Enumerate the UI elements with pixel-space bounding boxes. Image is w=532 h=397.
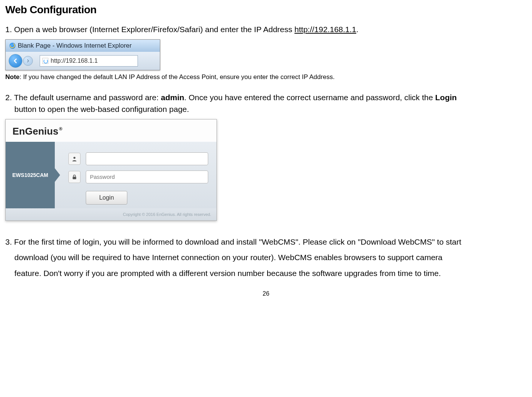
note-text: : If you have changed the default LAN IP… bbox=[20, 73, 335, 81]
admin-word: admin bbox=[161, 93, 184, 102]
nav-back-icon bbox=[9, 54, 22, 68]
browser-screenshot: Blank Page - Windows Internet Explorer h… bbox=[5, 39, 160, 70]
address-text: http://192.168.1.1 bbox=[51, 57, 98, 64]
password-row bbox=[68, 171, 208, 183]
note-label: Note bbox=[5, 73, 20, 81]
step-2-after: button to open the web-based configurati… bbox=[5, 105, 189, 113]
step-2-number: 2. bbox=[5, 93, 12, 102]
login-footer: Copyright © 2016 EnGenius. All rights re… bbox=[6, 208, 217, 220]
browser-titlebar: Blank Page - Windows Internet Explorer bbox=[6, 40, 160, 52]
step-1-text-before: Open a web browser (Internet Explorer/Fi… bbox=[12, 25, 295, 34]
login-header: EnGenius® bbox=[6, 119, 217, 142]
step-1: 1. Open a web browser (Internet Explorer… bbox=[5, 23, 527, 36]
browser-title-text: Blank Page - Windows Internet Explorer bbox=[18, 42, 131, 50]
username-row bbox=[68, 152, 208, 165]
step-3-text1: For the first time of login, you will be… bbox=[12, 237, 461, 246]
svg-rect-1 bbox=[73, 177, 76, 179]
address-bar[interactable]: http://192.168.1.1 bbox=[40, 55, 138, 67]
login-side-badge: EWS1025CAM bbox=[6, 142, 55, 208]
login-main: Login bbox=[55, 142, 217, 208]
step-1-number: 1. bbox=[5, 25, 12, 34]
page-title: Web Configuration bbox=[5, 4, 527, 16]
step-2-middle: . Once you have entered the correct user… bbox=[184, 93, 435, 102]
login-word: Login bbox=[435, 93, 457, 102]
step-3-number: 3. bbox=[5, 237, 12, 246]
step-1-text-after: . bbox=[356, 25, 359, 34]
note-line: Note: If you have changed the default LA… bbox=[5, 73, 527, 81]
password-input[interactable] bbox=[86, 171, 208, 183]
lock-icon bbox=[68, 171, 80, 183]
step-3-line1: 3. For the first time of login, you will… bbox=[5, 236, 527, 248]
step-3-line2: download (you will be required to have I… bbox=[5, 251, 527, 264]
page-icon bbox=[42, 58, 48, 64]
ip-url: http://192.168.1.1 bbox=[294, 25, 356, 34]
browser-toolbar: http://192.168.1.1 bbox=[6, 52, 160, 70]
user-icon bbox=[68, 153, 80, 165]
username-input[interactable] bbox=[86, 152, 208, 165]
model-name: EWS1025CAM bbox=[12, 172, 48, 178]
brand-logo: EnGenius® bbox=[12, 126, 62, 137]
page-number: 26 bbox=[5, 290, 527, 297]
nav-forward-icon bbox=[23, 56, 33, 66]
registered-symbol: ® bbox=[59, 126, 62, 132]
step-2-before: The default username and password are: bbox=[12, 93, 161, 102]
login-screenshot: EnGenius® EWS1025CAM Login Copyright © 2… bbox=[5, 119, 217, 221]
svg-point-0 bbox=[73, 157, 75, 158]
step-3-line3: feature. Don't worry if you are prompted… bbox=[5, 267, 527, 279]
brand-name: EnGenius bbox=[12, 126, 58, 137]
ie-icon bbox=[9, 43, 15, 49]
step-2: 2. The default username and password are… bbox=[5, 91, 527, 115]
nav-arrows bbox=[9, 54, 33, 68]
login-button[interactable]: Login bbox=[86, 191, 127, 205]
login-body: EWS1025CAM Login bbox=[6, 142, 217, 208]
